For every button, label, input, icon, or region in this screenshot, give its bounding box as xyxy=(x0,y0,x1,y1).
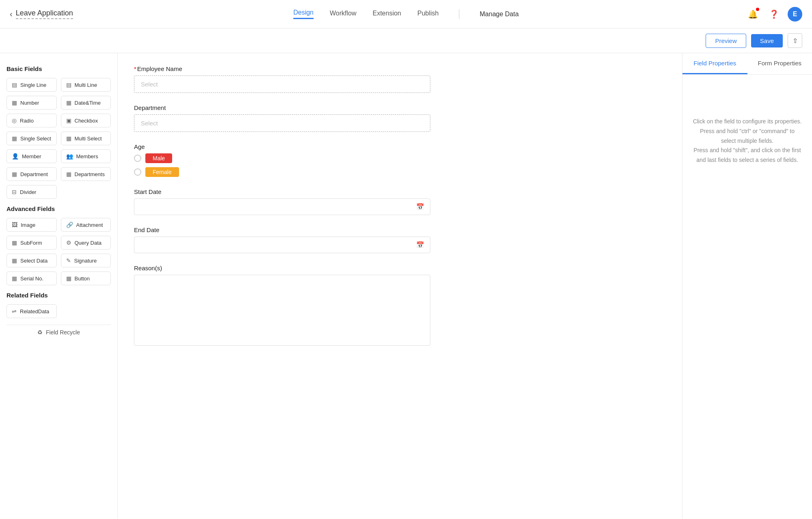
select-data-icon: ▦ xyxy=(12,257,17,264)
field-datetime[interactable]: ▦ Date&Time xyxy=(61,96,111,110)
subform-label: SubForm xyxy=(20,240,42,246)
tab-extension[interactable]: Extension xyxy=(373,10,401,19)
field-subform[interactable]: ▦ SubForm xyxy=(6,236,57,250)
multi-select-icon: ▦ xyxy=(66,135,71,142)
field-member[interactable]: 👤 Member xyxy=(6,149,57,163)
help-button[interactable]: ❓ xyxy=(767,7,781,22)
field-members[interactable]: 👥 Members xyxy=(61,149,111,163)
number-icon: ▦ xyxy=(12,99,17,106)
field-attachment[interactable]: 🔗 Attachment xyxy=(61,218,111,232)
department-field-label: Department xyxy=(134,104,666,111)
age-male-row: Male xyxy=(134,153,666,163)
employee-name-field: *Employee Name Select xyxy=(134,65,666,93)
serial-no-label: Serial No. xyxy=(20,276,43,282)
field-departments[interactable]: ▦ Departments xyxy=(61,167,111,181)
avatar-button[interactable]: E xyxy=(788,7,802,22)
app-title: Leave Application xyxy=(16,9,73,19)
toolbar: Preview Save ⇧ xyxy=(0,28,812,53)
tab-workflow[interactable]: Workflow xyxy=(330,10,356,19)
start-date-field: Start Date 📅 xyxy=(134,188,666,215)
share-button[interactable]: ⇧ xyxy=(788,33,802,48)
members-label: Members xyxy=(76,153,98,159)
calendar-icon-end: 📅 xyxy=(416,241,424,249)
related-data-label: RelatedData xyxy=(20,308,49,314)
male-radio[interactable] xyxy=(134,155,141,162)
field-multi-select[interactable]: ▦ Multi Select xyxy=(61,131,111,145)
right-panel: Field Properties Form Properties Click o… xyxy=(682,53,812,519)
back-button[interactable]: ‹ Leave Application xyxy=(10,9,73,19)
field-number[interactable]: ▦ Number xyxy=(6,96,57,110)
department-icon: ▦ xyxy=(12,171,17,177)
single-line-icon: ▤ xyxy=(12,82,17,88)
tab-field-properties[interactable]: Field Properties xyxy=(682,53,747,74)
recycle-label: Field Recycle xyxy=(46,329,80,336)
right-tabs: Field Properties Form Properties xyxy=(682,53,812,75)
radio-icon: ◎ xyxy=(12,117,17,124)
end-date-label: End Date xyxy=(134,226,666,233)
preview-button[interactable]: Preview xyxy=(706,34,746,48)
employee-name-input[interactable]: Select xyxy=(134,75,430,93)
department-field: Department Select xyxy=(134,104,666,132)
field-single-select[interactable]: ▦ Single Select xyxy=(6,131,57,145)
signature-label: Signature xyxy=(74,258,97,264)
related-data-icon: ⇌ xyxy=(12,308,17,314)
members-icon: 👥 xyxy=(66,153,73,159)
member-icon: 👤 xyxy=(12,153,19,159)
radio-label: Radio xyxy=(20,118,34,124)
divider-label: Divider xyxy=(20,189,36,195)
checkbox-label: Checkbox xyxy=(75,118,98,124)
field-query-data[interactable]: ⚙ Query Data xyxy=(61,236,111,250)
nav-divider xyxy=(459,9,460,19)
female-badge[interactable]: Female xyxy=(145,167,179,177)
subform-icon: ▦ xyxy=(12,239,17,246)
age-label: Age xyxy=(134,143,666,150)
save-button[interactable]: Save xyxy=(751,34,783,47)
calendar-icon-start: 📅 xyxy=(416,203,424,211)
employee-name-label: *Employee Name xyxy=(134,65,666,72)
start-date-input[interactable]: 📅 xyxy=(134,198,430,215)
field-department[interactable]: ▦ Department xyxy=(6,167,57,181)
right-hint: Click on the field to configure its prop… xyxy=(682,107,812,175)
field-button[interactable]: ▦ Button xyxy=(61,271,111,285)
datetime-icon: ▦ xyxy=(66,99,71,106)
field-multi-line[interactable]: ▤ Multi Line xyxy=(61,78,111,92)
query-data-label: Query Data xyxy=(75,240,102,246)
main-layout: Basic Fields ▤ Single Line ▤ Multi Line … xyxy=(0,53,812,519)
field-signature[interactable]: ✎ Signature xyxy=(61,254,111,267)
button-field-label: Button xyxy=(75,276,90,282)
field-image[interactable]: 🖼 Image xyxy=(6,218,57,232)
single-select-label: Single Select xyxy=(20,136,51,142)
tab-publish[interactable]: Publish xyxy=(417,10,438,19)
field-select-data[interactable]: ▦ Select Data xyxy=(6,254,57,267)
end-date-input[interactable]: 📅 xyxy=(134,237,430,253)
notification-dot xyxy=(756,8,759,11)
image-icon: 🖼 xyxy=(12,222,17,228)
notification-button[interactable]: 🔔 xyxy=(745,7,760,22)
department-input[interactable]: Select xyxy=(134,114,430,132)
image-label: Image xyxy=(21,222,35,228)
tab-design[interactable]: Design xyxy=(293,9,313,19)
left-panel: Basic Fields ▤ Single Line ▤ Multi Line … xyxy=(0,53,118,519)
age-radio-group: Male Female xyxy=(134,153,666,177)
field-recycle-button[interactable]: ♻ Field Recycle xyxy=(6,325,111,340)
field-divider[interactable]: ⊟ Divider xyxy=(6,185,57,199)
field-single-line[interactable]: ▤ Single Line xyxy=(6,78,57,92)
multi-line-icon: ▤ xyxy=(66,82,71,88)
field-serial-no[interactable]: ▦ Serial No. xyxy=(6,271,57,285)
male-badge[interactable]: Male xyxy=(145,153,172,163)
single-line-label: Single Line xyxy=(20,82,46,88)
female-radio[interactable] xyxy=(134,168,141,176)
reasons-textarea[interactable] xyxy=(134,275,430,346)
tab-form-properties[interactable]: Form Properties xyxy=(747,53,812,74)
age-field: Age Male Female xyxy=(134,143,666,177)
multi-select-label: Multi Select xyxy=(75,136,102,142)
recycle-icon: ♻ xyxy=(37,329,43,336)
field-radio[interactable]: ◎ Radio xyxy=(6,114,57,127)
field-related-data[interactable]: ⇌ RelatedData xyxy=(6,304,57,318)
departments-label: Departments xyxy=(75,171,105,177)
field-checkbox[interactable]: ▣ Checkbox xyxy=(61,114,111,127)
reasons-field: Reason(s) xyxy=(134,265,666,347)
datetime-label: Date&Time xyxy=(75,100,101,106)
number-label: Number xyxy=(20,100,39,106)
manage-data-link[interactable]: Manage Data xyxy=(480,11,519,18)
